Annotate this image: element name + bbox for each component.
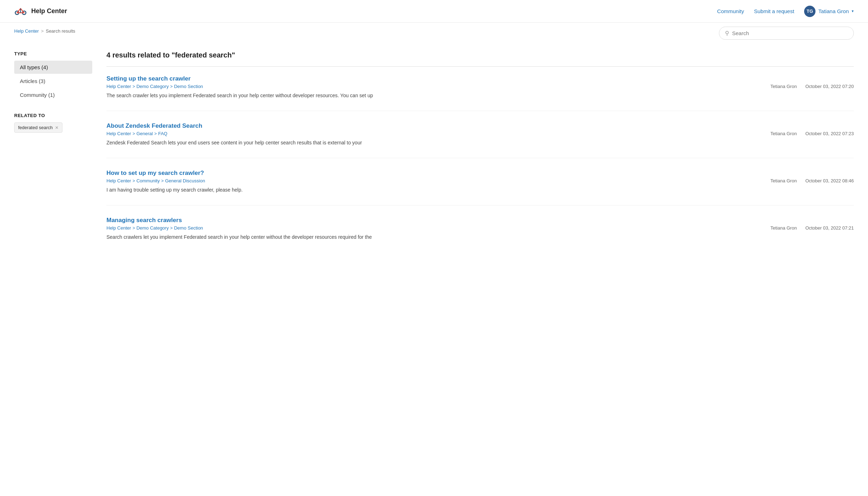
related-to-section: Related to federated search ✕: [14, 113, 92, 133]
search-box: ⚲: [719, 27, 854, 40]
result-breadcrumb: Help Center > General > FAQ: [106, 131, 167, 136]
result-snippet: Search crawlers let you implement Federa…: [106, 233, 854, 241]
remove-tag-icon[interactable]: ✕: [55, 125, 59, 130]
breadcrumb-separator: >: [41, 28, 44, 34]
result-author-date: Tetiana Gron October 03, 2022 07:20: [770, 84, 854, 89]
results-area: 4 results related to "federated search" …: [106, 51, 854, 264]
result-author-date: Tetiana Gron October 03, 2022 07:21: [770, 225, 854, 231]
result-breadcrumb-link[interactable]: Demo Category: [136, 84, 169, 89]
result-date: October 03, 2022 07:23: [805, 131, 854, 136]
result-snippet: Zendesk Federated Search lets your end u…: [106, 139, 854, 147]
breadcrumb-sep: >: [132, 178, 135, 183]
search-area: ⚲: [0, 24, 868, 40]
result-item: Setting up the search crawler Help Cente…: [106, 75, 854, 111]
result-breadcrumb-link[interactable]: Help Center: [106, 131, 131, 136]
breadcrumb-home-link[interactable]: Help Center: [14, 28, 39, 34]
result-author: Tetiana Gron: [770, 178, 797, 183]
result-breadcrumb-link[interactable]: Help Center: [106, 84, 131, 89]
type-filter-label: Type: [14, 51, 92, 56]
result-title-link[interactable]: Setting up the search crawler: [106, 75, 854, 82]
brand-logo-icon: [14, 7, 27, 16]
chevron-down-icon: ▾: [852, 9, 854, 13]
search-input[interactable]: [732, 30, 848, 36]
submit-request-nav-link[interactable]: Submit a request: [754, 8, 794, 14]
user-name: Tatiana Gron: [818, 8, 849, 14]
breadcrumb-sep: >: [132, 84, 135, 89]
sidebar: Type All types (4) Articles (3) Communit…: [14, 51, 92, 264]
result-date: October 03, 2022 07:20: [805, 84, 854, 89]
breadcrumb-sep: >: [154, 131, 157, 136]
breadcrumb-sep: >: [132, 226, 135, 231]
result-breadcrumb-link[interactable]: Community: [136, 178, 160, 183]
search-icon: ⚲: [725, 30, 729, 37]
result-title-link[interactable]: How to set up my search crawler?: [106, 170, 854, 177]
header-logo-area: Help Center: [14, 7, 67, 16]
breadcrumb-sep: >: [170, 226, 172, 231]
results-divider: [106, 66, 854, 67]
result-breadcrumb-link[interactable]: FAQ: [158, 131, 167, 136]
related-to-label: Related to: [14, 113, 92, 118]
result-author-date: Tetiana Gron October 03, 2022 07:23: [770, 131, 854, 136]
related-tag[interactable]: federated search ✕: [14, 122, 62, 133]
result-meta: Help Center > Demo Category > Demo Secti…: [106, 84, 854, 89]
breadcrumb-sep: >: [161, 178, 164, 183]
result-item: Managing search crawlers Help Center > D…: [106, 217, 854, 252]
site-title: Help Center: [31, 7, 67, 15]
result-date: October 03, 2022 07:21: [805, 225, 854, 231]
result-breadcrumb-link[interactable]: Demo Category: [136, 225, 169, 231]
result-author: Tetiana Gron: [770, 225, 797, 231]
result-date: October 03, 2022 08:46: [805, 178, 854, 183]
community-nav-link[interactable]: Community: [717, 8, 744, 14]
breadcrumb-sep: >: [170, 84, 172, 89]
result-breadcrumb-link[interactable]: Help Center: [106, 178, 131, 183]
result-meta: Help Center > Demo Category > Demo Secti…: [106, 225, 854, 231]
breadcrumb-current: Search results: [46, 28, 75, 34]
result-title-link[interactable]: About Zendesk Federated Search: [106, 122, 854, 129]
result-snippet: The search crawler lets you implement Fe…: [106, 92, 854, 99]
filter-articles[interactable]: Articles (3): [14, 75, 92, 88]
result-author: Tetiana Gron: [770, 131, 797, 136]
result-breadcrumb-link[interactable]: Help Center: [106, 225, 131, 231]
filter-community[interactable]: Community (1): [14, 88, 92, 101]
result-breadcrumb-link[interactable]: General Discussion: [165, 178, 205, 183]
result-breadcrumb: Help Center > Community > General Discus…: [106, 178, 205, 183]
result-author-date: Tetiana Gron October 03, 2022 08:46: [770, 178, 854, 183]
result-breadcrumb-link[interactable]: Demo Section: [174, 225, 203, 231]
site-header: Help Center Community Submit a request T…: [0, 0, 868, 23]
result-snippet: I am having trouble setting up my search…: [106, 186, 854, 194]
filter-all-types[interactable]: All types (4): [14, 61, 92, 74]
result-item: About Zendesk Federated Search Help Cent…: [106, 122, 854, 158]
result-breadcrumb-link[interactable]: General: [136, 131, 153, 136]
result-meta: Help Center > Community > General Discus…: [106, 178, 854, 183]
breadcrumb-sep: >: [132, 131, 135, 136]
results-heading: 4 results related to "federated search": [106, 51, 854, 59]
result-title-link[interactable]: Managing search crawlers: [106, 217, 854, 224]
user-avatar: TG: [804, 6, 815, 17]
result-breadcrumb: Help Center > Demo Category > Demo Secti…: [106, 225, 203, 231]
tag-text: federated search: [18, 125, 53, 130]
result-author: Tetiana Gron: [770, 84, 797, 89]
header-nav: Community Submit a request TG Tatiana Gr…: [717, 6, 854, 17]
result-breadcrumb: Help Center > Demo Category > Demo Secti…: [106, 84, 203, 89]
result-meta: Help Center > General > FAQ Tetiana Gron…: [106, 131, 854, 136]
main-layout: Type All types (4) Articles (3) Communit…: [0, 40, 868, 278]
result-breadcrumb-link[interactable]: Demo Section: [174, 84, 203, 89]
user-menu[interactable]: TG Tatiana Gron ▾: [804, 6, 854, 17]
result-item: How to set up my search crawler? Help Ce…: [106, 170, 854, 205]
